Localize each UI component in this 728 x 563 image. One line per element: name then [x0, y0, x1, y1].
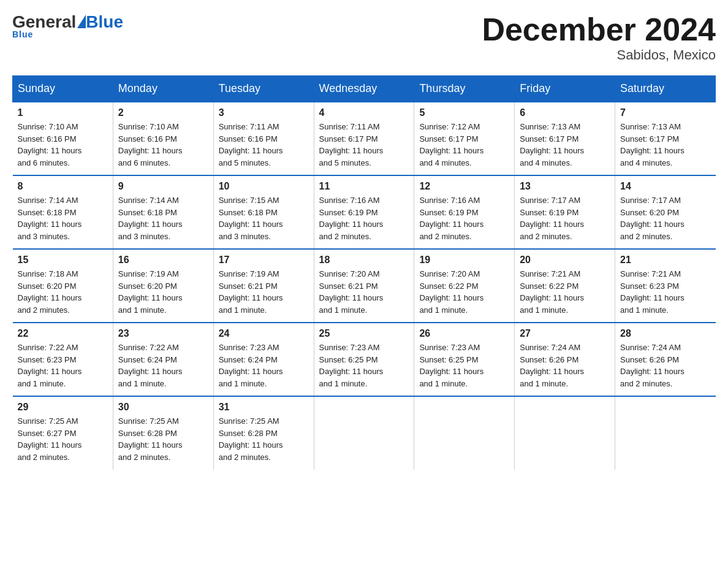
day-cell: 25Sunrise: 7:23 AM Sunset: 6:25 PM Dayli… [314, 323, 414, 396]
day-info: Sunrise: 7:24 AM Sunset: 6:26 PM Dayligh… [520, 342, 610, 389]
logo-underline: Blue [12, 29, 33, 39]
day-info: Sunrise: 7:21 AM Sunset: 6:23 PM Dayligh… [620, 268, 710, 316]
day-number: 3 [219, 107, 309, 118]
day-info: Sunrise: 7:20 AM Sunset: 6:21 PM Dayligh… [319, 268, 409, 316]
day-cell: 13Sunrise: 7:17 AM Sunset: 6:19 PM Dayli… [515, 175, 615, 249]
day-info: Sunrise: 7:22 AM Sunset: 6:24 PM Dayligh… [118, 342, 208, 389]
day-info: Sunrise: 7:25 AM Sunset: 6:28 PM Dayligh… [219, 415, 309, 463]
title-area: December 2024 Sabidos, Mexico [482, 12, 716, 63]
day-header-friday: Friday [515, 76, 615, 102]
day-cell: 9Sunrise: 7:14 AM Sunset: 6:18 PM Daylig… [113, 175, 213, 249]
week-row-2: 8Sunrise: 7:14 AM Sunset: 6:18 PM Daylig… [13, 175, 716, 249]
day-number: 23 [118, 328, 208, 339]
day-number: 13 [520, 181, 610, 192]
week-row-3: 15Sunrise: 7:18 AM Sunset: 6:20 PM Dayli… [13, 249, 716, 323]
day-number: 14 [620, 181, 710, 192]
day-info: Sunrise: 7:23 AM Sunset: 6:25 PM Dayligh… [319, 342, 409, 389]
day-number: 12 [419, 181, 509, 192]
logo-triangle-icon [77, 15, 86, 28]
day-cell: 11Sunrise: 7:16 AM Sunset: 6:19 PM Dayli… [314, 175, 414, 249]
day-info: Sunrise: 7:17 AM Sunset: 6:19 PM Dayligh… [520, 194, 610, 242]
day-number: 18 [319, 255, 409, 266]
day-info: Sunrise: 7:14 AM Sunset: 6:18 PM Dayligh… [18, 194, 108, 242]
day-number: 4 [319, 107, 409, 118]
day-number: 5 [419, 107, 509, 118]
page-header: General Blue Blue December 2024 Sabidos,… [12, 12, 716, 63]
day-cell: 28Sunrise: 7:24 AM Sunset: 6:26 PM Dayli… [615, 323, 716, 396]
day-number: 2 [118, 107, 208, 118]
day-cell: 3Sunrise: 7:11 AM Sunset: 6:16 PM Daylig… [213, 102, 314, 175]
day-info: Sunrise: 7:18 AM Sunset: 6:20 PM Dayligh… [18, 268, 108, 316]
day-cell [515, 396, 615, 470]
day-info: Sunrise: 7:25 AM Sunset: 6:28 PM Dayligh… [118, 415, 208, 463]
day-cell [615, 396, 716, 470]
day-number: 21 [620, 255, 710, 266]
logo: General Blue Blue [12, 12, 123, 39]
day-number: 17 [219, 255, 309, 266]
day-cell: 5Sunrise: 7:12 AM Sunset: 6:17 PM Daylig… [414, 102, 515, 175]
day-info: Sunrise: 7:20 AM Sunset: 6:22 PM Dayligh… [419, 268, 509, 316]
day-number: 7 [620, 107, 710, 118]
day-cell: 18Sunrise: 7:20 AM Sunset: 6:21 PM Dayli… [314, 249, 414, 323]
day-cell: 15Sunrise: 7:18 AM Sunset: 6:20 PM Dayli… [13, 249, 113, 323]
day-info: Sunrise: 7:24 AM Sunset: 6:26 PM Dayligh… [620, 342, 710, 389]
day-number: 29 [18, 402, 108, 413]
day-number: 31 [219, 402, 309, 413]
day-number: 10 [219, 181, 309, 192]
day-number: 8 [18, 181, 108, 192]
day-number: 25 [319, 328, 409, 339]
day-cell: 10Sunrise: 7:15 AM Sunset: 6:18 PM Dayli… [213, 175, 314, 249]
day-header-wednesday: Wednesday [314, 76, 414, 102]
day-info: Sunrise: 7:22 AM Sunset: 6:23 PM Dayligh… [18, 342, 108, 389]
day-cell: 27Sunrise: 7:24 AM Sunset: 6:26 PM Dayli… [515, 323, 615, 396]
day-number: 15 [18, 255, 108, 266]
day-cell: 8Sunrise: 7:14 AM Sunset: 6:18 PM Daylig… [13, 175, 113, 249]
day-info: Sunrise: 7:10 AM Sunset: 6:16 PM Dayligh… [18, 121, 108, 169]
day-number: 27 [520, 328, 610, 339]
day-info: Sunrise: 7:16 AM Sunset: 6:19 PM Dayligh… [319, 194, 409, 242]
day-cell: 22Sunrise: 7:22 AM Sunset: 6:23 PM Dayli… [13, 323, 113, 396]
day-info: Sunrise: 7:13 AM Sunset: 6:17 PM Dayligh… [520, 121, 610, 169]
day-info: Sunrise: 7:15 AM Sunset: 6:18 PM Dayligh… [219, 194, 309, 242]
week-row-1: 1Sunrise: 7:10 AM Sunset: 6:16 PM Daylig… [13, 102, 716, 175]
day-cell: 12Sunrise: 7:16 AM Sunset: 6:19 PM Dayli… [414, 175, 515, 249]
day-info: Sunrise: 7:19 AM Sunset: 6:21 PM Dayligh… [219, 268, 309, 316]
day-cell: 20Sunrise: 7:21 AM Sunset: 6:22 PM Dayli… [515, 249, 615, 323]
header-row: SundayMondayTuesdayWednesdayThursdayFrid… [13, 76, 716, 102]
day-info: Sunrise: 7:12 AM Sunset: 6:17 PM Dayligh… [419, 121, 509, 169]
day-info: Sunrise: 7:13 AM Sunset: 6:17 PM Dayligh… [620, 121, 710, 169]
day-number: 19 [419, 255, 509, 266]
day-cell: 7Sunrise: 7:13 AM Sunset: 6:17 PM Daylig… [615, 102, 716, 175]
calendar-table: SundayMondayTuesdayWednesdayThursdayFrid… [12, 75, 716, 470]
day-cell: 16Sunrise: 7:19 AM Sunset: 6:20 PM Dayli… [113, 249, 213, 323]
day-number: 26 [419, 328, 509, 339]
day-number: 9 [118, 181, 208, 192]
day-number: 22 [18, 328, 108, 339]
day-cell: 21Sunrise: 7:21 AM Sunset: 6:23 PM Dayli… [615, 249, 716, 323]
day-number: 20 [520, 255, 610, 266]
day-header-tuesday: Tuesday [213, 76, 314, 102]
day-cell: 30Sunrise: 7:25 AM Sunset: 6:28 PM Dayli… [113, 396, 213, 470]
day-cell: 14Sunrise: 7:17 AM Sunset: 6:20 PM Dayli… [615, 175, 716, 249]
day-info: Sunrise: 7:25 AM Sunset: 6:27 PM Dayligh… [18, 415, 108, 463]
day-info: Sunrise: 7:19 AM Sunset: 6:20 PM Dayligh… [118, 268, 208, 316]
location: Sabidos, Mexico [482, 47, 716, 63]
week-row-5: 29Sunrise: 7:25 AM Sunset: 6:27 PM Dayli… [13, 396, 716, 470]
day-cell: 24Sunrise: 7:23 AM Sunset: 6:24 PM Dayli… [213, 323, 314, 396]
day-number: 11 [319, 181, 409, 192]
day-info: Sunrise: 7:23 AM Sunset: 6:24 PM Dayligh… [219, 342, 309, 389]
day-number: 30 [118, 402, 208, 413]
day-cell [414, 396, 515, 470]
day-cell: 23Sunrise: 7:22 AM Sunset: 6:24 PM Dayli… [113, 323, 213, 396]
day-cell: 29Sunrise: 7:25 AM Sunset: 6:27 PM Dayli… [13, 396, 113, 470]
day-cell: 6Sunrise: 7:13 AM Sunset: 6:17 PM Daylig… [515, 102, 615, 175]
day-cell: 17Sunrise: 7:19 AM Sunset: 6:21 PM Dayli… [213, 249, 314, 323]
day-info: Sunrise: 7:16 AM Sunset: 6:19 PM Dayligh… [419, 194, 509, 242]
day-cell: 31Sunrise: 7:25 AM Sunset: 6:28 PM Dayli… [213, 396, 314, 470]
day-info: Sunrise: 7:23 AM Sunset: 6:25 PM Dayligh… [419, 342, 509, 389]
day-info: Sunrise: 7:14 AM Sunset: 6:18 PM Dayligh… [118, 194, 208, 242]
day-header-sunday: Sunday [13, 76, 113, 102]
day-number: 28 [620, 328, 710, 339]
day-cell: 26Sunrise: 7:23 AM Sunset: 6:25 PM Dayli… [414, 323, 515, 396]
day-cell: 1Sunrise: 7:10 AM Sunset: 6:16 PM Daylig… [13, 102, 113, 175]
